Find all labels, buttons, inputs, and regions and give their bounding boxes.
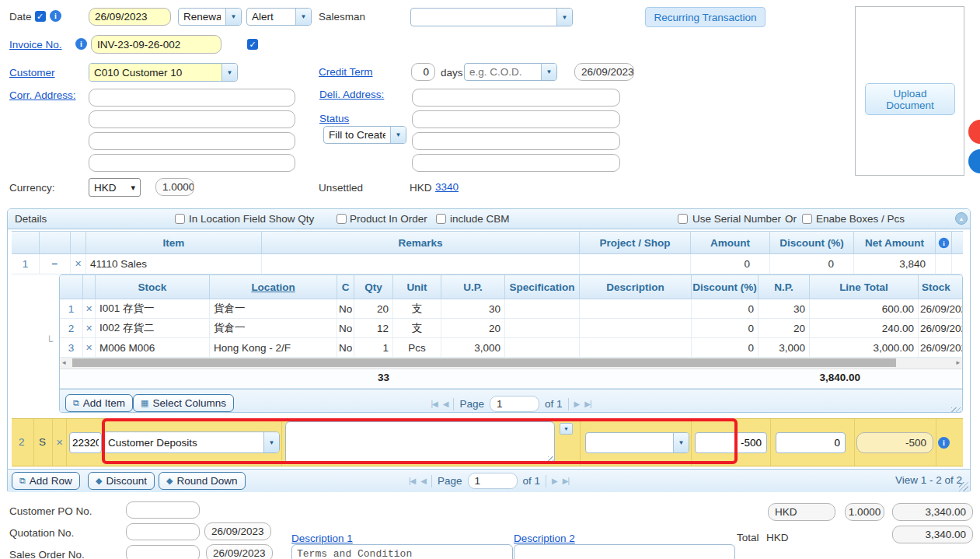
discount-cell[interactable]: 0 — [770, 254, 854, 274]
horizontal-scrollbar[interactable]: ◂ ▸ — [60, 358, 962, 369]
account-combo[interactable] — [103, 431, 280, 453]
scrollbar-thumb[interactable] — [72, 358, 896, 367]
prev-page-icon[interactable]: ◀ — [420, 477, 426, 485]
description1-textarea[interactable]: Terms and Condition — [291, 544, 513, 559]
sub-discount-cell[interactable]: 0 — [692, 299, 759, 318]
first-page-icon[interactable]: |◀ — [431, 400, 437, 408]
c-cell[interactable]: No — [337, 338, 354, 357]
customer-input[interactable] — [89, 64, 221, 81]
deli-address-line3[interactable] — [412, 132, 620, 150]
location-cell[interactable]: 貨倉一 — [210, 319, 337, 337]
delete-row-icon[interactable] — [71, 254, 86, 274]
spec-cell[interactable] — [505, 319, 580, 337]
chevron-down-icon[interactable] — [556, 9, 572, 26]
project-cell[interactable] — [580, 254, 691, 274]
quotation-no-input[interactable] — [126, 523, 200, 540]
status-input[interactable] — [324, 127, 390, 143]
customer-label[interactable]: Customer — [9, 67, 55, 79]
stock-cell[interactable]: M006 M006 — [96, 338, 210, 357]
floating-blue-action-button[interactable] — [968, 149, 980, 173]
scroll-left-icon[interactable]: ◂ — [62, 358, 66, 366]
renewal-input[interactable] — [179, 9, 225, 25]
credit-type-combo[interactable] — [464, 63, 557, 81]
chevron-down-icon[interactable] — [221, 64, 237, 81]
corr-address-line1[interactable] — [89, 89, 295, 107]
enable-boxes-checkbox[interactable] — [802, 214, 812, 224]
project-shop-combo[interactable] — [585, 432, 689, 453]
corr-address-line3[interactable] — [89, 132, 295, 150]
sub-discount-cell[interactable]: 0 — [692, 338, 759, 357]
stock-row[interactable]: 2 I002 存貨二 貨倉一 No 12 支 20 0 20 240.00 26… — [60, 319, 962, 338]
status-combo[interactable] — [323, 126, 406, 144]
credit-term-label[interactable]: Credit Term — [319, 66, 373, 78]
np-cell[interactable]: 3,000 — [759, 338, 810, 357]
unit-cell[interactable]: Pcs — [393, 338, 441, 357]
date-input[interactable] — [89, 8, 171, 26]
recurring-transaction-button[interactable]: Recurring Transaction — [645, 7, 766, 27]
description2-textarea[interactable] — [514, 544, 735, 559]
resize-grip[interactable] — [951, 407, 961, 413]
collapse-panel-icon[interactable] — [955, 212, 968, 225]
last-page-icon[interactable]: ▶| — [584, 400, 591, 408]
project-shop-input[interactable] — [586, 433, 673, 452]
next-page-icon[interactable]: ▶ — [552, 477, 557, 485]
invoice-checkbox[interactable] — [247, 39, 258, 50]
sub-delete-row-icon[interactable] — [83, 299, 96, 318]
table-row-customer-deposit[interactable]: 2 S ▼ -500 — [12, 418, 963, 466]
location-cell[interactable]: Hong Kong - 2/F — [210, 338, 337, 357]
sales-order-input[interactable] — [126, 545, 200, 559]
first-page-icon[interactable]: |◀ — [409, 477, 415, 485]
status-label[interactable]: Status — [319, 113, 349, 124]
upload-document-button[interactable]: Upload Document — [865, 83, 955, 115]
discount-button[interactable]: ◆Discount — [88, 472, 155, 490]
up-cell[interactable]: 3,000 — [441, 338, 505, 357]
sub-delete-row-icon[interactable] — [83, 319, 96, 337]
last-page-icon[interactable]: ▶| — [563, 477, 569, 485]
stock-row[interactable]: 3 M006 M006 Hong Kong - 2/F No 1 Pcs 3,0… — [60, 338, 962, 358]
account-code-input[interactable] — [69, 432, 102, 453]
stock-cell[interactable]: I001 存貨一 — [96, 299, 210, 318]
round-down-button[interactable]: ◆Round Down — [159, 472, 246, 490]
unsettled-amount-link[interactable]: 3340 — [435, 181, 459, 193]
desc-cell[interactable] — [580, 338, 692, 357]
corr-address-label[interactable]: Corr. Address: — [9, 89, 76, 101]
select-columns-button[interactable]: ▦Select Columns — [133, 394, 234, 412]
amount-input[interactable] — [695, 432, 767, 453]
subgrid-flag[interactable]: S — [39, 436, 46, 448]
description2-label[interactable]: Description 2 — [514, 533, 575, 544]
account-name-input[interactable] — [103, 432, 263, 452]
description1-label[interactable]: Description 1 — [291, 533, 353, 544]
amount-cell[interactable]: 0 — [691, 254, 770, 274]
item-cell[interactable]: 41110 Sales — [86, 254, 262, 274]
next-page-icon[interactable]: ▶ — [574, 400, 580, 408]
remarks-textarea[interactable] — [285, 421, 555, 464]
alert-combo[interactable] — [246, 8, 312, 26]
show-qty-checkbox[interactable] — [175, 214, 185, 224]
salesman-input[interactable] — [411, 9, 556, 26]
chevron-down-icon[interactable] — [225, 9, 241, 25]
deli-address-line2[interactable] — [412, 110, 620, 128]
spec-cell[interactable] — [505, 299, 580, 318]
np-cell[interactable]: 30 — [759, 299, 810, 318]
remarks-cell[interactable] — [262, 254, 580, 274]
deli-address-line1[interactable] — [412, 89, 620, 107]
page-input[interactable] — [468, 473, 518, 489]
table-row-sales[interactable]: 1 41110 Sales 0 0 3,840 — [12, 254, 963, 274]
customer-po-input[interactable] — [126, 501, 200, 519]
chevron-down-icon[interactable] — [390, 127, 406, 143]
add-row-button[interactable]: ⧉Add Row — [12, 472, 80, 490]
remarks-dropdown-icon[interactable]: ▼ — [560, 423, 573, 435]
up-cell[interactable]: 30 — [441, 299, 505, 318]
desc-cell[interactable] — [580, 319, 692, 337]
delete-row-icon[interactable] — [56, 438, 63, 448]
date-info-icon[interactable] — [50, 10, 61, 22]
qty-cell[interactable]: 20 — [354, 299, 393, 318]
sub-delete-row-icon[interactable] — [83, 338, 96, 357]
chevron-down-icon[interactable] — [673, 433, 689, 452]
chevron-down-icon[interactable] — [295, 9, 311, 25]
deli-address-line4[interactable] — [412, 154, 620, 172]
date-checkbox[interactable] — [35, 11, 46, 22]
location-column-header[interactable]: Location — [210, 275, 337, 299]
add-item-button[interactable]: ⧉Add Item — [65, 394, 133, 412]
location-cell[interactable]: 貨倉一 — [210, 299, 337, 318]
